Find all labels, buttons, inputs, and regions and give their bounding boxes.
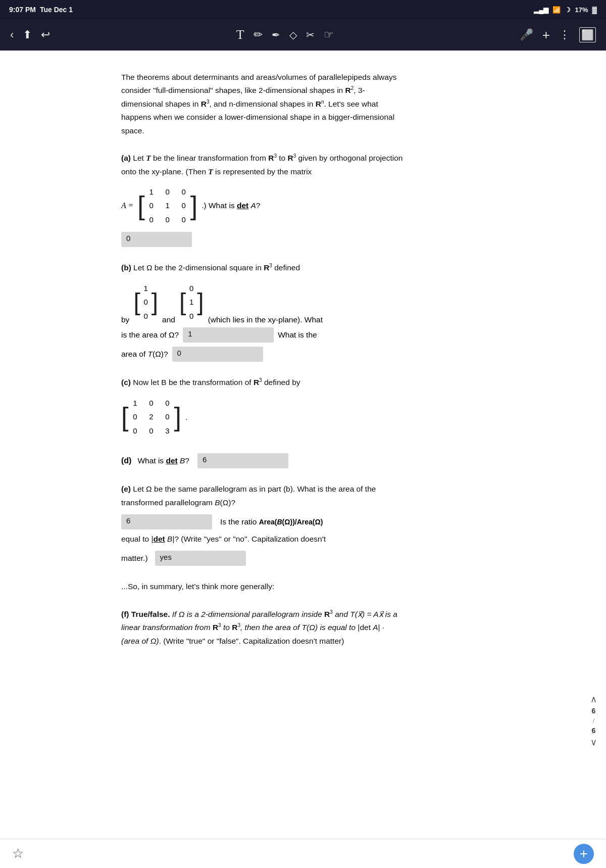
matrix-b: 100 020 003 [121, 397, 181, 438]
side-num2: 6 [592, 727, 596, 735]
matrix-right-bracket [190, 192, 197, 219]
col2-left-bracket [179, 290, 186, 314]
area-tomega-line: area of T(Ω)? 0 [121, 347, 404, 362]
up-chevron[interactable]: ∧ [590, 694, 597, 705]
scissors-tool[interactable]: ✂ [306, 29, 315, 41]
part-e-ratio-label: Is the ratio Area(B(Ω))/Area(Ω) [220, 517, 323, 526]
which-lies-text: (which lies in the xy-plane). What [208, 315, 323, 324]
share-button[interactable]: ⬆ [23, 28, 32, 41]
matrix-b-line: 100 020 003 . [121, 395, 404, 440]
part-d-question: What is det B? [137, 456, 189, 465]
area-tomega-input[interactable]: 0 [172, 347, 263, 362]
plus-button[interactable]: + [542, 27, 550, 43]
bottom-toolbar: ☆ + [0, 839, 606, 868]
part-d-section: (d) What is det B? 6 [121, 453, 404, 468]
back-button[interactable]: ‹ [10, 28, 14, 41]
part-e-ratio-input[interactable]: yes [155, 551, 246, 566]
content-inner: The theorems about determinants and area… [121, 71, 404, 648]
area-omega-input[interactable]: 1 [183, 327, 274, 343]
matter-label: matter.) [121, 554, 148, 563]
summary-section: ...So, in summary, let's think more gene… [121, 580, 404, 593]
star-button[interactable]: ☆ [12, 846, 24, 861]
part-b-section: (b) Let Ω be the 2-dimensional square in… [121, 261, 404, 362]
down-chevron[interactable]: ∨ [590, 737, 597, 748]
col1-right-bracket [152, 290, 158, 314]
matrix-a-line: A = 100 010 000 .) What is det A? [121, 183, 404, 228]
and-label: and [162, 315, 175, 324]
matrix-a: 100 010 000 [137, 185, 197, 226]
matrix-a-grid: 100 010 000 [147, 185, 188, 226]
toolbar: ‹ ⬆ ↩ T ✏ ✒ ◇ ✂ ☞ 🎤 + ⋮ ⬜ [0, 19, 606, 51]
area-omega-line: is the area of Ω? 1 What is the [121, 327, 404, 343]
vector-col1: 1 0 0 [133, 282, 158, 323]
toolbar-center: T ✏ ✒ ◇ ✂ ☞ [236, 27, 334, 42]
part-e-label: (e) [121, 485, 131, 493]
content-area: The theorems about determinants and area… [0, 51, 606, 868]
part-a-section: (a) Let T be the linear transformation f… [121, 152, 404, 247]
page-button[interactable]: ⬜ [579, 27, 596, 42]
pen-tool-1[interactable]: ✏ [254, 28, 263, 41]
matrix-a-label: A = [121, 201, 133, 210]
part-b-vectors-line: by 1 0 0 and 0 1 [121, 280, 404, 325]
col2-grid: 0 1 0 [188, 282, 195, 323]
date: Tue Dec 1 [40, 6, 73, 14]
vector-col2: 0 1 0 [179, 282, 204, 323]
part-b-label: (b) [121, 264, 131, 272]
wifi-icon: 📶 [552, 6, 561, 14]
part-a-label: (a) [121, 154, 131, 162]
part-c-section: (c) Now let B be the transformation of R… [121, 376, 404, 439]
text-tool[interactable]: T [236, 27, 244, 42]
matrix-b-right [174, 404, 181, 430]
mic-button[interactable]: 🎤 [520, 28, 533, 41]
more-button[interactable]: ⋮ [559, 28, 570, 41]
status-indicators: ▂▄▆ 📶 ☽ 17% ▓ [534, 6, 597, 14]
part-e-text: (e) Let Ω be the same parallelogram as i… [121, 483, 404, 509]
part-d-line: (d) What is det B? 6 [121, 453, 404, 468]
col2-right-bracket [197, 290, 204, 314]
by-label: by [121, 315, 129, 324]
pen-tool-2[interactable]: ✒ [272, 29, 280, 41]
part-c-label: (c) [121, 378, 131, 387]
hand-tool[interactable]: ☞ [324, 28, 334, 41]
signal-icon: ▂▄▆ [534, 6, 548, 14]
status-bar: 9:07 PM Tue Dec 1 ▂▄▆ 📶 ☽ 17% ▓ [0, 0, 606, 19]
part-f-label: (f) [121, 610, 129, 618]
side-panel: ∧ 6 / 6 ∨ [590, 694, 597, 748]
area-tomega-label: area of T(Ω)? [121, 350, 168, 359]
part-d-answer-input[interactable]: 6 [197, 453, 288, 468]
col1-left-bracket [133, 290, 140, 314]
time: 9:07 PM [9, 6, 36, 14]
area-omega-label: is the area of Ω? [121, 330, 179, 340]
matrix-b-grid: 100 020 003 [130, 397, 172, 438]
matrix-left-bracket [137, 192, 144, 219]
toolbar-left: ‹ ⬆ ↩ [10, 28, 50, 41]
part-a-answer-container: 0 [121, 232, 404, 247]
side-num1: 6 [592, 707, 596, 715]
part-c-text: (c) Now let B be the transformation of R… [121, 376, 404, 390]
part-a-answer-input[interactable]: 0 [121, 232, 192, 247]
part-f-section: (f) True/false. If Ω is a 2-dimensional … [121, 608, 404, 648]
side-slash: / [593, 717, 595, 725]
bottom-left: ☆ [12, 846, 24, 861]
part-e-ratio-answer-line: matter.) yes [121, 551, 404, 566]
toolbar-right: 🎤 + ⋮ ⬜ [520, 27, 596, 43]
battery-icon: ▓ [592, 6, 597, 14]
intro-text: The theorems about determinants and area… [121, 71, 404, 137]
col1-grid: 1 0 0 [142, 282, 149, 323]
summary-text: ...So, in summary, let's think more gene… [121, 580, 404, 593]
what-is-the-label: What is the [278, 330, 317, 340]
matrix-b-dot: . [185, 413, 187, 421]
undo-button[interactable]: ↩ [41, 28, 50, 41]
part-e-ratio-text2: equal to |det B|? (Write "yes" or "no". … [121, 533, 404, 546]
part-f-text: (f) True/false. If Ω is a 2-dimensional … [121, 608, 404, 648]
moon-icon: ☽ [565, 6, 571, 14]
part-d-label: (d) [121, 456, 131, 465]
diamond-tool[interactable]: ◇ [289, 29, 297, 41]
matrix-b-left [121, 404, 128, 430]
part-e-section: (e) Let Ω be the same parallelogram as i… [121, 483, 404, 566]
battery: 17% [575, 6, 588, 14]
part-e-answer-input[interactable]: 6 [121, 514, 212, 529]
part-a-question: .) What is det A? [201, 201, 260, 210]
add-button[interactable]: + [574, 844, 594, 864]
bottom-right: + [574, 844, 594, 864]
